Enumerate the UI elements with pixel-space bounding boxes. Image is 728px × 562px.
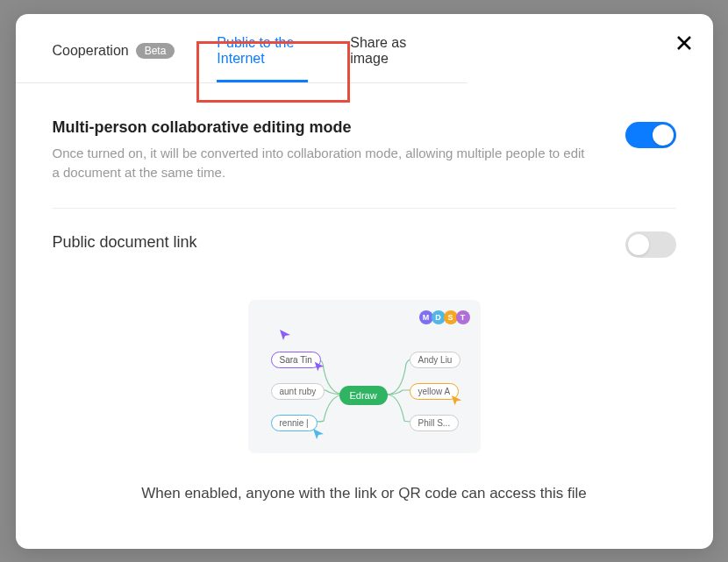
close-icon [676, 35, 692, 51]
tab-public-internet[interactable]: Public to the Internet [196, 14, 329, 82]
tab-public-label: Public to the Internet [217, 35, 308, 67]
toggle-knob [628, 234, 649, 255]
center-node: Edraw [339, 386, 388, 405]
public-link-label: Public document link [53, 233, 197, 252]
tab-share-image-label: Share as image [350, 35, 419, 67]
close-button[interactable] [676, 35, 692, 54]
collab-section: Multi-person collaborative editing mode … [53, 110, 676, 209]
mindmap-illustration: M D S T Edraw Sara Tin [248, 300, 481, 453]
share-modal: Cooperation Beta Public to the Internet … [16, 14, 713, 549]
cursor-purple-icon [278, 328, 292, 342]
cursor-purple-small-icon [313, 360, 325, 373]
collab-title: Multi-person collaborative editing mode [53, 118, 590, 137]
collab-toggle[interactable] [625, 122, 676, 148]
collab-desc: Once turned on, it will be converted int… [53, 144, 590, 183]
toggle-knob [653, 124, 674, 146]
avatar-row: M D S T [421, 310, 470, 324]
tab-cooperation-label: Cooperation [53, 43, 129, 59]
avatar-t: T [456, 310, 470, 324]
mindmap: Edraw Sara Tin aunt ruby rennie | Andy L… [248, 339, 481, 453]
node-andy: Andy Liu [410, 352, 461, 368]
cursor-cyan-icon [311, 427, 325, 441]
tab-bar: Cooperation Beta Public to the Internet … [16, 14, 467, 83]
node-phill: Phill S... [410, 415, 460, 431]
cursor-orange-icon [450, 394, 463, 407]
tab-cooperation[interactable]: Cooperation Beta [42, 22, 196, 75]
collab-text: Multi-person collaborative editing mode … [53, 118, 625, 183]
public-link-section: Public document link [53, 209, 676, 282]
hint-text: When enabled, anyone with the link or QR… [141, 485, 586, 502]
beta-badge: Beta [136, 43, 175, 59]
modal-content: Multi-person collaborative editing mode … [16, 83, 713, 529]
tab-share-image[interactable]: Share as image [329, 14, 440, 82]
public-link-toggle[interactable] [625, 231, 676, 258]
illustration-section: M D S T Edraw Sara Tin [53, 282, 676, 502]
node-aunt: aunt ruby [271, 383, 325, 400]
